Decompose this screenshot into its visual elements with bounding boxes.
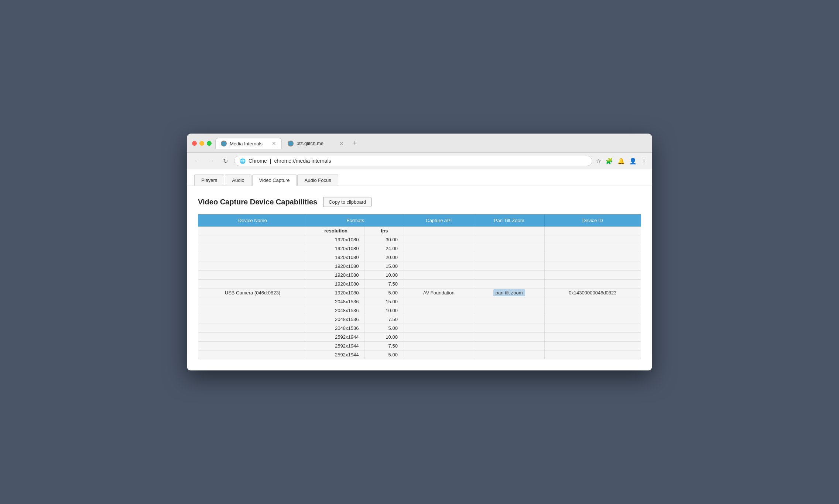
chrome-internal-tabs: Players Audio Video Capture Audio Focus	[187, 169, 652, 186]
main-content: Video Capture Device Capabilities Copy t…	[187, 186, 652, 370]
reload-button[interactable]: ↻	[220, 156, 230, 166]
page-content: Players Audio Video Capture Audio Focus …	[187, 169, 652, 370]
notifications-icon[interactable]: 🔔	[617, 158, 625, 165]
cell-fps: 10.00	[365, 333, 404, 342]
cell-ptz	[474, 253, 544, 262]
cell-resolution: 1920x1080	[307, 262, 365, 271]
cell-empty-device-id	[544, 227, 641, 235]
cell-resolution: 1920x1080	[307, 244, 365, 253]
cell-resolution: 1920x1080	[307, 253, 365, 262]
browser-tab-media-internals[interactable]: 🌐 Media Internals ✕	[215, 138, 282, 149]
cell-fps: 24.00	[365, 244, 404, 253]
forward-button[interactable]: →	[206, 156, 216, 166]
traffic-lights	[192, 141, 212, 146]
table-row: 1920x1080 7.50	[198, 280, 641, 289]
cell-ptz	[474, 333, 544, 342]
table-row: 2048x1536 5.00	[198, 324, 641, 333]
section-header: Video Capture Device Capabilities Copy t…	[198, 197, 641, 207]
table-row: 1920x1080 30.00	[198, 235, 641, 244]
cell-device	[198, 297, 307, 306]
cell-api	[404, 235, 474, 244]
cell-api	[404, 306, 474, 315]
cell-device-main: USB Camera (046d:0823)	[198, 289, 307, 297]
cell-device	[198, 262, 307, 271]
cell-resolution: 2592x1944	[307, 351, 365, 359]
cell-resolution-main: 1920x1080	[307, 289, 365, 297]
cell-device-id	[544, 262, 641, 271]
tab-audio-focus[interactable]: Audio Focus	[297, 175, 338, 186]
back-button[interactable]: ←	[192, 156, 202, 166]
cell-fps: 5.00	[365, 324, 404, 333]
cell-device-id	[544, 271, 641, 280]
table-row: 2592x1944 5.00	[198, 351, 641, 359]
cell-resolution: 1920x1080	[307, 280, 365, 289]
cell-device-id	[544, 253, 641, 262]
cell-resolution: 1920x1080	[307, 235, 365, 244]
cell-fps: 7.50	[365, 315, 404, 324]
cell-empty-api	[404, 227, 474, 235]
cell-fps: 20.00	[365, 253, 404, 262]
omnibox-bar: ← → ↻ 🌐 Chrome | chrome://media-internal…	[187, 153, 652, 169]
cell-ptz	[474, 280, 544, 289]
new-tab-button[interactable]: +	[350, 138, 360, 149]
table-row: 2048x1536 15.00	[198, 297, 641, 306]
cell-empty-device	[198, 227, 307, 235]
address-domain: Chrome	[249, 158, 267, 164]
cell-api-main: AV Foundation	[404, 289, 474, 297]
cell-resolution: 2048x1536	[307, 297, 365, 306]
cell-ptz	[474, 297, 544, 306]
cell-fps: 7.50	[365, 342, 404, 351]
cell-device-id	[544, 324, 641, 333]
close-button[interactable]	[192, 141, 197, 146]
cell-fps-header: fps	[365, 227, 404, 235]
cell-api	[404, 244, 474, 253]
tab-audio[interactable]: Audio	[225, 175, 251, 186]
cell-device	[198, 244, 307, 253]
cell-fps: 10.00	[365, 306, 404, 315]
address-url: chrome://media-internals	[274, 158, 331, 164]
cell-ptz	[474, 351, 544, 359]
cell-device	[198, 253, 307, 262]
address-bar[interactable]: 🌐 Chrome | chrome://media-internals	[234, 156, 592, 166]
profile-icon[interactable]: 👤	[629, 158, 637, 165]
col-formats: Formats	[307, 215, 404, 227]
cell-resolution: 1920x1080	[307, 271, 365, 280]
capabilities-table: Device Name Formats Capture API Pan-Tilt…	[198, 214, 641, 359]
cell-resolution: 2048x1536	[307, 315, 365, 324]
address-separator: |	[270, 158, 271, 164]
security-icon: 🌐	[240, 158, 246, 164]
tab-players[interactable]: Players	[194, 175, 224, 186]
tab-video-capture[interactable]: Video Capture	[252, 175, 297, 186]
cell-ptz	[474, 271, 544, 280]
tab-favicon: 🌐	[221, 141, 227, 146]
cell-api	[404, 262, 474, 271]
cell-device-id	[544, 280, 641, 289]
cell-device-id	[544, 333, 641, 342]
tab-label: Media Internals	[230, 141, 263, 146]
cell-ptz	[474, 262, 544, 271]
cell-device-id	[544, 244, 641, 253]
cell-ptz	[474, 315, 544, 324]
cell-device	[198, 306, 307, 315]
cell-device-id	[544, 351, 641, 359]
cell-fps: 5.00	[365, 351, 404, 359]
cell-api	[404, 333, 474, 342]
extensions-icon[interactable]: 🧩	[606, 158, 613, 165]
browser-tab-ptz[interactable]: 🌐 ptz.glitch.me ✕	[282, 138, 349, 149]
cell-device	[198, 333, 307, 342]
table-row: 1920x1080 10.00	[198, 271, 641, 280]
star-icon[interactable]: ☆	[596, 158, 601, 165]
table-row: 2048x1536 7.50	[198, 315, 641, 324]
table-row: 1920x1080 15.00	[198, 262, 641, 271]
tab-label-2: ptz.glitch.me	[297, 141, 323, 146]
cell-api	[404, 315, 474, 324]
menu-icon[interactable]: ⋮	[641, 158, 647, 165]
cell-device-id	[544, 297, 641, 306]
cell-api	[404, 271, 474, 280]
minimize-button[interactable]	[199, 141, 204, 146]
tab-close-icon-2[interactable]: ✕	[339, 141, 344, 146]
cell-empty-ptz	[474, 227, 544, 235]
copy-to-clipboard-button[interactable]: Copy to clipboard	[323, 197, 371, 207]
tab-close-icon[interactable]: ✕	[272, 141, 276, 146]
maximize-button[interactable]	[207, 141, 212, 146]
